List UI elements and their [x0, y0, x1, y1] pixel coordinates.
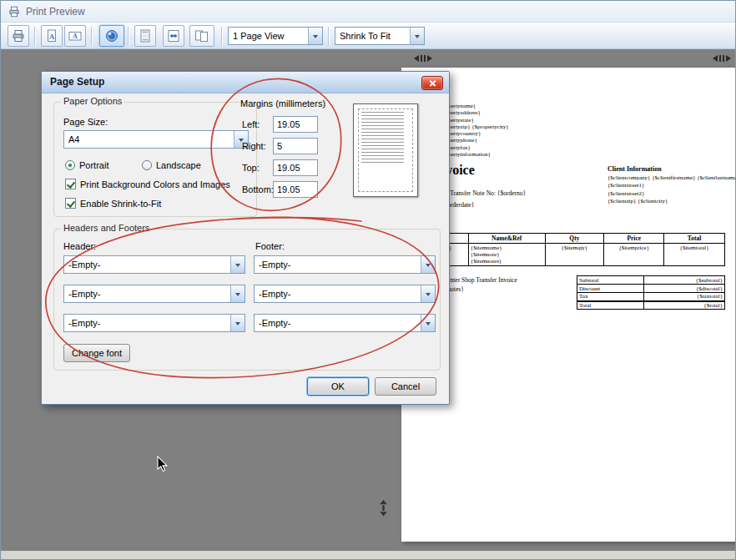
chevron-down-icon: [421, 315, 435, 331]
chevron-down-icon: [230, 315, 244, 331]
chevron-down-icon: [421, 256, 435, 273]
margin-bottom-input[interactable]: [273, 181, 318, 198]
margin-left-input[interactable]: [273, 116, 318, 133]
toolbar-separator: [91, 27, 92, 46]
margin-left-label: Left:: [242, 119, 260, 129]
portrait-button[interactable]: A: [41, 25, 63, 47]
toolbar-separator: [221, 27, 222, 46]
toolbar-separator: [34, 27, 35, 46]
print-preview-icon: [8, 5, 21, 18]
close-icon[interactable]: [421, 76, 443, 90]
ok-button[interactable]: OK: [307, 377, 369, 396]
summary-label: Total: [577, 301, 644, 310]
client-line: {$clientstreet2}: [607, 190, 736, 198]
window-titlebar: Print Preview: [1, 1, 735, 23]
item-total-cell: {$itemtotal}: [664, 244, 725, 266]
client-info-title: Client Information: [607, 165, 662, 173]
chevron-down-icon: [410, 28, 424, 44]
footer-dropdown-3[interactable]: -Empty-: [254, 314, 436, 332]
header-dropdown-1[interactable]: -Empty-: [63, 255, 245, 274]
portrait-page-icon: A: [44, 28, 59, 43]
page-view-value: 1 Page View: [229, 28, 308, 44]
portrait-label[interactable]: Portrait: [79, 160, 108, 170]
change-font-button[interactable]: Change font: [63, 344, 130, 362]
margin-top-label: Top:: [242, 163, 260, 173]
headers-footers-icon: [138, 28, 153, 43]
landscape-radio[interactable]: [142, 160, 152, 170]
chevron-down-icon: [308, 28, 322, 44]
view-full-width-button[interactable]: [163, 25, 184, 47]
enable-shrink-checkbox[interactable]: [65, 198, 76, 209]
header-dropdown-2[interactable]: -Empty-: [63, 285, 245, 303]
footer-dropdown-1[interactable]: -Empty-: [254, 255, 436, 274]
summary-value: {$subtotal}: [643, 276, 724, 285]
invoice-summary-table: Subtotal {$subtotal} Discount {$discotal…: [577, 275, 725, 310]
client-line: {$clientzip} {$clientcity}: [607, 198, 736, 205]
portrait-radio[interactable]: [65, 160, 75, 170]
view-full-page-button[interactable]: [189, 25, 214, 47]
print-preview-window: Print Preview A A: [0, 0, 736, 560]
item-name-line: {$itemnotes}: [471, 258, 543, 265]
item-qty-cell: {$itemqty}: [545, 244, 604, 266]
horizontal-splitter-handle[interactable]: [413, 53, 433, 64]
summary-row: Discount {$discotal}: [577, 285, 725, 293]
client-info-block: {$clientcompany} {$clientfirstname} {$cl…: [607, 174, 736, 205]
summary-total-row: Total {$total}: [577, 301, 725, 310]
page-size-select[interactable]: A4: [63, 130, 249, 149]
footer-dropdown-2[interactable]: -Empty-: [254, 285, 436, 303]
enable-shrink-label[interactable]: Enable Shrink-to-Fit: [80, 199, 161, 209]
vertical-splitter-handle[interactable]: [378, 500, 389, 517]
footer-dropdown-2-value: -Empty-: [255, 285, 421, 302]
svg-text:A: A: [49, 33, 55, 41]
summary-value: {$discotal}: [643, 285, 724, 293]
items-header-total: Total: [664, 234, 725, 244]
horizontal-splitter-handle[interactable]: [712, 53, 732, 64]
summary-label: Subtotal: [577, 276, 644, 285]
landscape-button[interactable]: A: [64, 25, 86, 47]
thumbnail-margin-outline: [358, 108, 413, 192]
cancel-button[interactable]: Cancel: [375, 377, 436, 396]
page-view-select[interactable]: 1 Page View: [228, 27, 323, 45]
summary-row: Subtotal {$subtotal}: [577, 276, 725, 285]
items-header-name: Name&Ref: [468, 234, 545, 244]
print-background-label[interactable]: Print Background Colors and Images: [80, 179, 230, 189]
table-row: {$itemno} {$itemname} {$itemnote} {$item…: [411, 244, 725, 266]
margin-top-input[interactable]: [273, 159, 318, 176]
page-size-label: Page Size:: [63, 117, 108, 127]
invoice-items-table: Serial Name&Ref Qty Price Total {$itemno…: [410, 233, 725, 266]
footer-dropdown-1-value: -Empty-: [255, 256, 421, 273]
print-button[interactable]: [8, 25, 29, 47]
page-preview-thumbnail: [353, 103, 418, 197]
printer-icon: [11, 28, 26, 43]
svg-text:A: A: [73, 33, 78, 40]
print-background-checkbox[interactable]: [65, 179, 76, 189]
paper-options-legend: Paper Options: [61, 96, 124, 106]
summary-label: Discount: [577, 285, 644, 293]
item-name-cell: {$itemname} {$itemnote} {$itemnotes}: [468, 244, 545, 266]
items-header-qty: Qty: [545, 234, 604, 244]
dialog-title: Page Setup: [50, 72, 104, 93]
margin-right-label: Right:: [242, 141, 266, 151]
dialog-titlebar: Page Setup: [42, 72, 449, 93]
landscape-label[interactable]: Landscape: [156, 160, 201, 170]
footer-dropdown-3-value: -Empty-: [255, 315, 421, 331]
item-name-line: {$itemnote}: [471, 251, 543, 258]
margin-right-input[interactable]: [273, 138, 318, 154]
toolbar: A A: [1, 23, 735, 49]
preview-bottom-strip: [1, 551, 735, 560]
headers-footers-button[interactable]: [134, 25, 156, 47]
shrink-to-fit-select[interactable]: Shrink To Fit: [335, 27, 425, 45]
window-title: Print Preview: [26, 6, 85, 18]
items-header-price: Price: [604, 234, 664, 244]
document-page: {$propertyname} {$propertyaddress} {$pro…: [401, 68, 736, 542]
summary-label: Tax: [577, 293, 644, 301]
item-name-line: {$itemname}: [471, 245, 543, 251]
landscape-page-icon: A: [68, 28, 83, 43]
header-dropdown-3[interactable]: -Empty-: [63, 314, 245, 332]
page-size-value: A4: [64, 131, 234, 148]
page-setup-button[interactable]: [99, 25, 124, 47]
client-line: {$clientstreet1}: [607, 182, 736, 189]
chevron-down-icon: [230, 285, 244, 302]
summary-value: {$taxtotal}: [643, 293, 724, 301]
chevron-down-icon: [230, 256, 244, 273]
